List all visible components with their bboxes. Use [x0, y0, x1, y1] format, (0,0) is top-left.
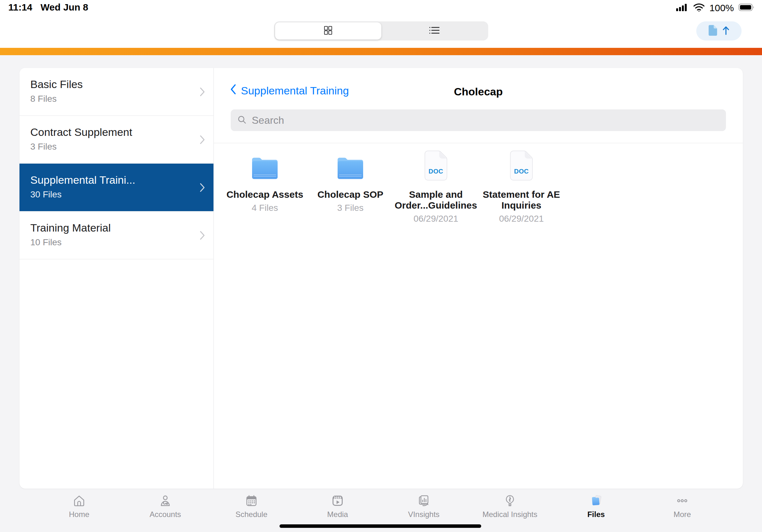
list-view-button[interactable]	[381, 22, 488, 39]
back-chevron-icon	[230, 84, 237, 97]
folder-item-cholecap-sop[interactable]: Cholecap SOP 3 Files	[309, 152, 392, 213]
svg-text:DOC: DOC	[514, 168, 529, 175]
files-browser-card: Basic Files 8 Files Contract Supplement …	[20, 68, 743, 489]
app-screen: 11:14 Wed Jun 8 100%	[0, 0, 762, 532]
doc-file-icon: DOC	[423, 150, 448, 182]
folder-icon	[336, 155, 365, 182]
home-icon	[72, 493, 86, 509]
top-bar: 11:14 Wed Jun 8 100%	[0, 0, 762, 48]
grid-view-icon	[323, 25, 333, 37]
tab-media[interactable]: Media	[294, 491, 381, 528]
brand-accent-bar	[0, 48, 762, 55]
doc-item-statement-for-ae-inquiries[interactable]: DOC Statement for AE Inquiries 06/29/202…	[480, 152, 563, 224]
tab-accounts[interactable]: Accounts	[122, 491, 208, 528]
status-bar-right: 100%	[676, 3, 755, 13]
tab-more[interactable]: More	[639, 491, 725, 528]
home-indicator[interactable]	[279, 524, 481, 528]
sidebar-item-contract-supplement[interactable]: Contract Supplement 3 Files	[20, 116, 213, 164]
doc-item-sample-and-order-guidelines[interactable]: DOC Sample and Order...Guidelines 06/29/…	[394, 152, 477, 224]
media-icon	[331, 493, 344, 509]
folder-sidebar: Basic Files 8 Files Contract Supplement …	[20, 68, 214, 489]
folder-icon	[250, 155, 279, 182]
more-icon	[675, 493, 689, 509]
breadcrumb-back-link[interactable]: Supplemental Training	[230, 84, 349, 97]
search-input[interactable]	[251, 114, 720, 127]
date: Wed Jun 8	[40, 2, 88, 13]
upload-file-button[interactable]	[696, 21, 741, 40]
battery-percent: 100%	[709, 3, 734, 13]
divider	[214, 143, 743, 143]
back-label: Supplemental Training	[241, 85, 349, 97]
tab-medical-insights[interactable]: Medical Insights	[467, 491, 553, 528]
medical-insights-icon	[503, 493, 517, 509]
cellular-signal-icon	[676, 3, 689, 13]
tab-files[interactable]: Files	[553, 491, 639, 528]
wifi-icon	[693, 3, 705, 13]
doc-file-icon: DOC	[509, 150, 534, 182]
list-view-icon	[428, 26, 440, 36]
sidebar-item-supplemental-traini[interactable]: Supplemental Traini... 30 Files	[20, 164, 213, 212]
svg-text:DOC: DOC	[428, 168, 443, 175]
battery-icon	[738, 3, 755, 13]
chevron-right-icon	[199, 135, 205, 146]
grid-view-button[interactable]	[275, 22, 381, 39]
clock: 11:14	[8, 2, 32, 13]
sidebar-item-basic-files[interactable]: Basic Files 8 Files	[20, 68, 213, 116]
file-grid: Cholecap Assets 4 Files	[214, 152, 743, 224]
vinsights-icon	[417, 493, 431, 509]
doc-upload-icon	[708, 25, 718, 37]
sidebar-item-training-material[interactable]: Training Material 10 Files	[20, 212, 213, 259]
chevron-right-icon	[199, 183, 205, 194]
schedule-icon	[244, 493, 259, 509]
tab-home[interactable]: Home	[36, 491, 122, 528]
bottom-tab-bar: Home Accounts Schedule Media VInsights M…	[36, 491, 726, 528]
folder-content-panel: Supplemental Training Cholecap	[214, 68, 743, 489]
chevron-right-icon	[199, 231, 205, 241]
files-icon	[589, 493, 603, 509]
upload-arrow-icon	[722, 25, 730, 37]
folder-item-cholecap-assets[interactable]: Cholecap Assets 4 Files	[223, 152, 306, 213]
view-toggle	[274, 21, 488, 40]
search-bar	[231, 109, 726, 131]
tab-vinsights[interactable]: VInsights	[381, 491, 467, 528]
status-bar-left: 11:14 Wed Jun 8	[8, 2, 88, 13]
search-icon	[237, 115, 247, 126]
accounts-icon	[158, 493, 172, 509]
chevron-right-icon	[199, 87, 205, 98]
tab-schedule[interactable]: Schedule	[208, 491, 294, 528]
